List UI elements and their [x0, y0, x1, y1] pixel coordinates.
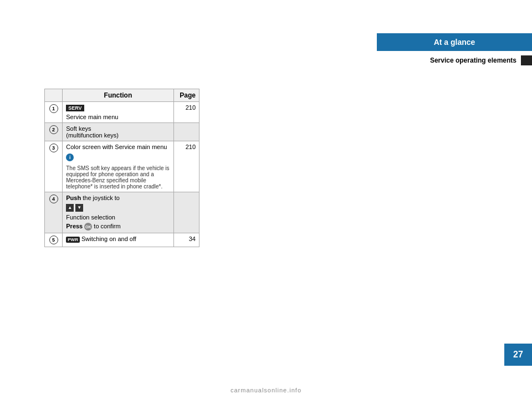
watermark: carmanualsonline.info [231, 387, 301, 393]
circle-4: 4 [49, 195, 58, 203]
service-elements-table: Function Page 1 SERV Service main menu 2… [44, 89, 200, 247]
row4-page [173, 192, 199, 233]
circle-1: 1 [49, 104, 58, 113]
row5-func: PWR Switching on and off [63, 233, 173, 247]
col-header-num [45, 89, 63, 102]
info-icon: i [66, 154, 74, 161]
row1-func: SERV Service main menu [63, 102, 173, 123]
col-header-function: Function [63, 89, 173, 102]
header-block: At a glance Service operating elements [377, 33, 532, 68]
row1-num: 1 [45, 102, 63, 123]
row3-page: 210 [173, 141, 199, 192]
row1-page: 210 [173, 102, 199, 123]
row3-main-text: Color screen with Service main menu [66, 144, 170, 150]
row3-info-text: The SMS soft key appears if the vehicle … [66, 165, 170, 190]
row4-press-text: Press OK to confirm [66, 223, 170, 231]
row2-func: Soft keys(multifunction keys) [63, 123, 173, 141]
table-row: 2 Soft keys(multifunction keys) [45, 123, 200, 141]
up-arrow-icon: ▲ [66, 204, 74, 212]
table-row: 3 Color screen with Service main menu i … [45, 141, 200, 192]
row4-push-text: Push the joystick to [66, 195, 170, 201]
pwr-badge: PWR [66, 237, 80, 243]
row4-func: Push the joystick to ▲ ▼ Function select… [63, 192, 173, 233]
header-subtitle-row: Service operating elements [377, 53, 532, 68]
table-row: 5 PWR Switching on and off 34 [45, 233, 200, 247]
circle-3: 3 [49, 144, 58, 152]
table-row: 1 SERV Service main menu 210 [45, 102, 200, 123]
down-arrow-icon: ▼ [75, 204, 83, 212]
page-number: 27 [504, 344, 532, 366]
row2-num: 2 [45, 123, 63, 141]
press-bold: Press [66, 223, 83, 229]
serv-badge: SERV [66, 105, 84, 111]
row3-func: Color screen with Service main menu i Th… [63, 141, 173, 192]
ok-badge: OK [84, 223, 92, 231]
row1-text: Service main menu [66, 114, 170, 120]
push-bold: Push [66, 195, 81, 201]
col-header-page: Page [173, 89, 199, 102]
row5-num: 5 [45, 233, 63, 247]
header-subtitle-text: Service operating elements [430, 57, 521, 64]
main-table-container: Function Page 1 SERV Service main menu 2… [44, 89, 200, 247]
header-title: At a glance [377, 33, 532, 51]
row5-text: Switching on and off [81, 236, 136, 242]
row4-function-selection: Function selection [66, 214, 170, 221]
header-black-bar [521, 55, 532, 65]
circle-2: 2 [49, 125, 58, 134]
row2-page [173, 123, 199, 141]
row3-num: 3 [45, 141, 63, 192]
row5-page: 34 [173, 233, 199, 247]
table-row: 4 Push the joystick to ▲ ▼ Function sele… [45, 192, 200, 233]
row4-num: 4 [45, 192, 63, 233]
row4-arrows: ▲ ▼ [66, 203, 170, 212]
circle-5: 5 [49, 236, 58, 244]
row2-text: Soft keys(multifunction keys) [66, 125, 170, 139]
